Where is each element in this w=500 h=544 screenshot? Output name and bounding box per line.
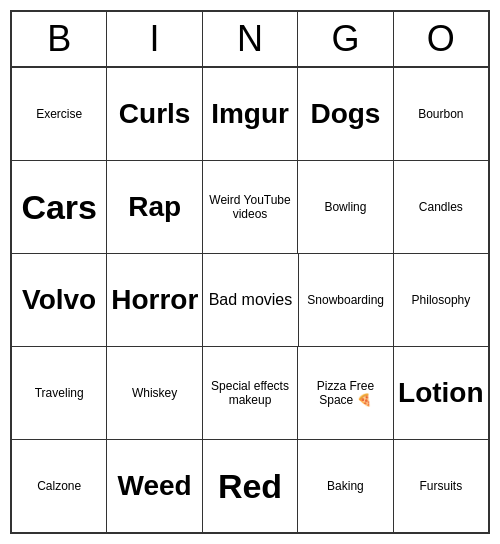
bingo-cell-4-0: Calzone [12,440,107,532]
cell-text-0-0: Exercise [36,107,82,121]
bingo-cell-1-0: Cars [12,161,107,253]
cell-text-2-3: Snowboarding [307,293,384,307]
bingo-row-1: CarsRapWeird YouTube videosBowlingCandle… [12,161,488,254]
cell-text-0-1: Curls [119,97,191,131]
bingo-cell-3-2: Special effects makeup [203,347,298,439]
bingo-cell-4-4: Fursuits [394,440,488,532]
bingo-cell-1-1: Rap [107,161,202,253]
bingo-cell-3-4: Lotion [394,347,488,439]
bingo-cell-2-2: Bad movies [203,254,298,346]
bingo-cell-4-2: Red [203,440,298,532]
cell-text-3-0: Traveling [35,386,84,400]
cell-text-2-4: Philosophy [412,293,471,307]
header-letter-O: O [394,12,488,66]
cell-text-3-4: Lotion [398,376,484,410]
bingo-cell-3-3: Pizza Free Space 🍕 [298,347,393,439]
header-letter-B: B [12,12,107,66]
bingo-cell-0-3: Dogs [298,68,393,160]
bingo-cell-0-0: Exercise [12,68,107,160]
bingo-cell-0-2: Imgur [203,68,298,160]
bingo-cell-2-0: Volvo [12,254,107,346]
cell-text-3-1: Whiskey [132,386,177,400]
bingo-row-4: CalzoneWeedRedBakingFursuits [12,440,488,532]
bingo-row-2: VolvoHorrorBad moviesSnowboardingPhiloso… [12,254,488,347]
bingo-cell-4-1: Weed [107,440,202,532]
cell-text-4-1: Weed [118,469,192,503]
cell-text-1-0: Cars [21,187,97,228]
cell-text-0-2: Imgur [211,97,289,131]
bingo-grid: ExerciseCurlsImgurDogsBourbonCarsRapWeir… [12,68,488,532]
cell-text-4-4: Fursuits [419,479,462,493]
bingo-cell-4-3: Baking [298,440,393,532]
cell-text-2-2: Bad movies [209,290,293,309]
cell-text-0-3: Dogs [310,97,380,131]
bingo-cell-2-3: Snowboarding [299,254,394,346]
bingo-cell-3-1: Whiskey [107,347,202,439]
cell-text-0-4: Bourbon [418,107,463,121]
cell-text-3-2: Special effects makeup [207,379,293,408]
cell-text-2-0: Volvo [22,283,96,317]
bingo-cell-1-4: Candles [394,161,488,253]
cell-text-4-3: Baking [327,479,364,493]
cell-text-1-4: Candles [419,200,463,214]
bingo-cell-1-3: Bowling [298,161,393,253]
bingo-cell-3-0: Traveling [12,347,107,439]
cell-text-1-3: Bowling [324,200,366,214]
bingo-cell-2-4: Philosophy [394,254,488,346]
header-letter-I: I [107,12,202,66]
bingo-row-0: ExerciseCurlsImgurDogsBourbon [12,68,488,161]
bingo-row-3: TravelingWhiskeySpecial effects makeupPi… [12,347,488,440]
header-letter-G: G [298,12,393,66]
bingo-cell-0-4: Bourbon [394,68,488,160]
bingo-card: BINGO ExerciseCurlsImgurDogsBourbonCarsR… [10,10,490,534]
cell-text-4-2: Red [218,466,282,507]
header-letter-N: N [203,12,298,66]
bingo-cell-1-2: Weird YouTube videos [203,161,298,253]
bingo-cell-0-1: Curls [107,68,202,160]
cell-text-1-1: Rap [128,190,181,224]
bingo-header: BINGO [12,12,488,68]
cell-text-3-3: Pizza Free Space 🍕 [302,379,388,408]
bingo-cell-2-1: Horror [107,254,203,346]
cell-text-4-0: Calzone [37,479,81,493]
cell-text-2-1: Horror [111,283,198,317]
cell-text-1-2: Weird YouTube videos [207,193,293,222]
